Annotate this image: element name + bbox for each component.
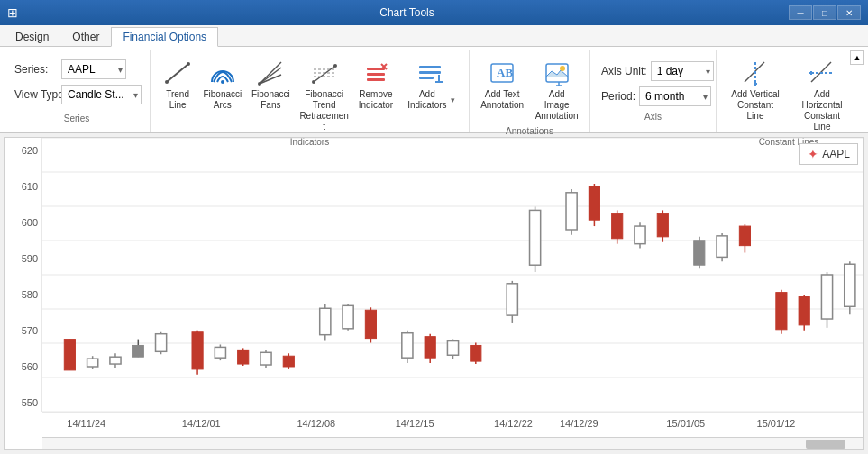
svg-rect-82 (471, 345, 481, 361)
axis-group-label: Axis (601, 106, 705, 122)
series-select-wrapper[interactable]: AAPL (61, 59, 126, 79)
add-text-annotation-icon: AB (488, 59, 516, 87)
svg-text:AB: AB (497, 66, 513, 79)
viewtype-select-wrapper[interactable]: Candle St... (61, 85, 142, 104)
y-label-610: 610 (8, 181, 38, 192)
svg-rect-52 (87, 359, 98, 367)
fibonacci-arcs-icon (208, 59, 237, 87)
x-label-5: 14/12/29 (560, 418, 598, 429)
tab-financial-options[interactable]: Financial Options (111, 27, 218, 47)
svg-rect-88 (566, 193, 577, 230)
y-label-550: 550 (8, 397, 38, 408)
fibonacci-arcs-label: FibonacciArcs (203, 89, 242, 111)
axisunit-label: Axis Unit: (601, 65, 647, 77)
svg-rect-23 (419, 77, 434, 79)
add-indicators-btn[interactable]: Add Indicators ▾ (399, 54, 461, 115)
svg-point-5 (221, 80, 224, 84)
legend-icon: ✦ (808, 147, 818, 161)
ribbon-tabs: Design Other Financial Options (0, 25, 868, 47)
svg-point-29 (560, 66, 565, 71)
series-group-label: Series (14, 110, 139, 123)
svg-rect-94 (635, 226, 645, 244)
fibonacci-fans-icon (256, 59, 285, 87)
tab-design[interactable]: Design (4, 26, 60, 46)
series-select[interactable]: AAPL (61, 59, 126, 79)
fibonacci-trend-icon (310, 59, 339, 87)
trend-line-label: TrendLine (166, 89, 189, 111)
svg-rect-18 (367, 78, 385, 81)
fibonacci-trend-label: Fibonacci TrendRetracement (299, 89, 350, 132)
add-horizontal-line-label: Add HorizontalConstant Line (797, 89, 847, 132)
add-indicators-dropdown-icon: ▾ (451, 95, 455, 104)
svg-rect-108 (821, 275, 832, 319)
add-image-annotation-btn[interactable]: Add ImageAnnotation (531, 54, 582, 126)
title-bar-text: Chart Tools (25, 6, 789, 19)
ribbon-collapse-btn[interactable]: ▲ (850, 50, 864, 65)
x-label-7: 15/01/12 (757, 418, 796, 429)
axisunit-select[interactable]: 1 day (651, 61, 714, 81)
viewtype-select[interactable]: Candle St... (61, 85, 142, 104)
y-label-600: 600 (8, 217, 38, 228)
svg-rect-60 (192, 332, 203, 369)
fibonacci-arcs-btn[interactable]: FibonacciArcs (199, 54, 246, 115)
app-icon: ⊞ (7, 5, 18, 20)
svg-rect-64 (238, 350, 249, 364)
close-btn[interactable]: ✕ (837, 5, 861, 20)
svg-rect-74 (365, 310, 376, 338)
add-text-annotation-btn[interactable]: AB Add TextAnnotation (477, 54, 527, 115)
fibonacci-trend-btn[interactable]: Fibonacci TrendRetracement (296, 54, 352, 137)
viewtype-row: View Type: Candle St... (14, 85, 139, 104)
svg-point-1 (165, 80, 169, 84)
add-text-annotation-label: Add TextAnnotation (480, 89, 524, 111)
chart-scrollbar[interactable] (42, 437, 863, 449)
x-label-6: 15/01/05 (666, 418, 705, 429)
svg-line-10 (314, 66, 335, 82)
remove-indicator-label: RemoveIndicator (359, 89, 393, 111)
title-bar-controls: ─ □ ✕ (789, 5, 861, 20)
viewtype-label: View Type: (14, 88, 58, 101)
svg-rect-84 (507, 284, 517, 315)
svg-rect-72 (343, 305, 353, 328)
y-label-570: 570 (8, 325, 38, 336)
x-label-4: 14/12/22 (494, 418, 533, 429)
tab-other[interactable]: Other (60, 26, 111, 46)
svg-point-2 (187, 62, 190, 66)
y-label-580: 580 (8, 289, 38, 300)
series-label: Series: (14, 63, 58, 76)
series-row: Series: AAPL (14, 59, 139, 79)
svg-rect-76 (402, 333, 413, 358)
remove-indicator-btn[interactable]: RemoveIndicator (354, 54, 397, 115)
y-label-620: 620 (8, 145, 38, 156)
period-select-wrapper[interactable]: 6 month (639, 86, 711, 106)
svg-rect-98 (694, 241, 705, 265)
title-bar: ⊞ Chart Tools ─ □ ✕ (0, 0, 868, 25)
add-vertical-line-btn[interactable]: Add VerticalConstant Line (724, 54, 787, 126)
period-select[interactable]: 6 month (639, 86, 711, 106)
svg-rect-17 (367, 73, 385, 76)
ribbon-group-axis: Axis Unit: 1 day Period: 6 month Axis (590, 50, 717, 132)
remove-indicator-icon (361, 59, 390, 87)
add-horizontal-line-btn[interactable]: Add HorizontalConstant Line (790, 54, 854, 137)
svg-rect-110 (845, 264, 855, 306)
legend-label: AAPL (822, 148, 850, 160)
svg-rect-92 (612, 213, 623, 238)
chart-legend: ✦ AAPL (799, 143, 858, 165)
fibonacci-fans-btn[interactable]: FibonacciFans (248, 54, 295, 115)
svg-rect-22 (419, 71, 441, 74)
ribbon: Series: AAPL View Type: Candle St... Ser… (0, 47, 868, 133)
svg-rect-58 (156, 334, 167, 352)
axisunit-select-wrapper[interactable]: 1 day (651, 61, 714, 81)
svg-line-0 (167, 64, 188, 82)
chart-svg (42, 138, 863, 412)
chart-container: 620 610 600 590 580 570 560 550 (0, 133, 868, 454)
maximize-btn[interactable]: □ (813, 5, 836, 20)
svg-point-9 (258, 82, 261, 86)
svg-point-15 (333, 64, 337, 68)
minimize-btn[interactable]: ─ (789, 5, 812, 20)
svg-rect-102 (739, 226, 750, 246)
scrollbar-thumb[interactable] (806, 440, 845, 449)
chart-canvas[interactable]: ✦ AAPL (42, 138, 863, 412)
period-label: Period: (601, 90, 635, 103)
svg-rect-96 (657, 213, 668, 236)
trend-line-btn[interactable]: TrendLine (158, 54, 197, 115)
